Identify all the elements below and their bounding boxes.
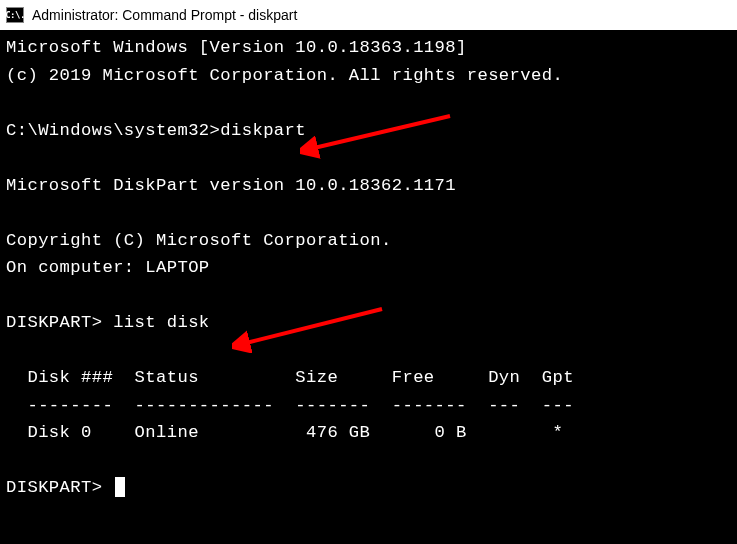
window-title: Administrator: Command Prompt - diskpart bbox=[32, 7, 297, 23]
cursor bbox=[115, 477, 125, 497]
command-input: diskpart bbox=[220, 121, 306, 140]
cmd-icon: C:\. bbox=[6, 7, 24, 23]
terminal-area[interactable]: Microsoft Windows [Version 10.0.18363.11… bbox=[0, 30, 737, 544]
annotation-arrow-icon bbox=[300, 110, 460, 160]
svg-line-3 bbox=[246, 309, 382, 343]
cmd-icon-text: C:\. bbox=[5, 10, 25, 20]
diskpart-prompt: DISKPART> bbox=[6, 313, 113, 332]
table-row: Disk 0 Online 476 GB 0 B * bbox=[6, 423, 563, 442]
output-line: Microsoft DiskPart version 10.0.18362.11… bbox=[6, 176, 456, 195]
output-line: On computer: LAPTOP bbox=[6, 258, 210, 277]
titlebar[interactable]: C:\. Administrator: Command Prompt - dis… bbox=[0, 0, 737, 30]
svg-line-1 bbox=[314, 116, 450, 148]
diskpart-prompt: DISKPART> bbox=[6, 478, 113, 497]
command-input: list disk bbox=[113, 313, 209, 332]
output-line: Microsoft Windows [Version 10.0.18363.11… bbox=[6, 38, 467, 57]
annotation-arrow-icon bbox=[232, 303, 392, 353]
table-header: Disk ### Status Size Free Dyn Gpt bbox=[6, 368, 574, 387]
command-prompt-window: C:\. Administrator: Command Prompt - dis… bbox=[0, 0, 737, 544]
prompt-path: C:\Windows\system32> bbox=[6, 121, 220, 140]
table-divider: -------- ------------- ------- ------- -… bbox=[6, 396, 574, 415]
output-line: (c) 2019 Microsoft Corporation. All righ… bbox=[6, 66, 563, 85]
output-line: Copyright (C) Microsoft Corporation. bbox=[6, 231, 392, 250]
